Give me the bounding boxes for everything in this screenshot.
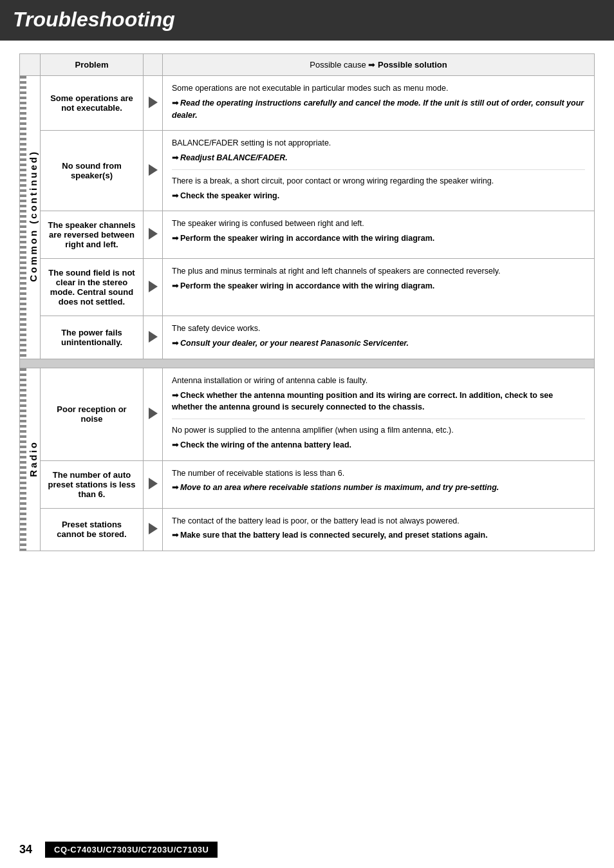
- col-header-solution: Possible cause ➡ Possible solution: [163, 54, 595, 76]
- arrow-indicator: [144, 131, 163, 211]
- arrow-indicator: [144, 508, 163, 551]
- arrow-indicator: [144, 259, 163, 316]
- page-footer: 34 CQ-C7403U/C7303U/C7203U/C7103U: [0, 842, 614, 858]
- solution-content: The plus and minus terminals at right an…: [163, 259, 595, 316]
- section-label-common: Common (continued): [20, 76, 41, 359]
- page-header: Troubleshooting: [0, 0, 614, 41]
- problem-label: The power fails unintentionally.: [41, 316, 144, 359]
- section-label-radio: Radio: [20, 368, 41, 551]
- table-row: Preset stations cannot be stored. The co…: [20, 508, 595, 551]
- problem-label: No sound from speaker(s): [41, 131, 144, 211]
- table-row: The sound field is not clear in the ster…: [20, 259, 595, 316]
- arrow-indicator: [144, 211, 163, 259]
- solution-content: BALANCE/FADER setting is not appropriate…: [163, 131, 595, 211]
- problem-label: The number of auto preset stations is le…: [41, 460, 144, 508]
- problem-label: Poor reception or noise: [41, 368, 144, 460]
- col-solution-label: Possible solution: [378, 60, 447, 70]
- table-row: The speaker channels are reversed betwee…: [20, 211, 595, 259]
- arrow-indicator: [144, 316, 163, 359]
- table-row: No sound from speaker(s) BALANCE/FADER s…: [20, 131, 595, 211]
- arrow-icon: [149, 164, 158, 176]
- solution-content: Antenna installation or wiring of antenn…: [163, 368, 595, 460]
- table-row: Radio Poor reception or noise Antenna in…: [20, 368, 595, 460]
- solution-content: The number of receivable stations is les…: [163, 460, 595, 508]
- arrow-indicator: [144, 460, 163, 508]
- arrow-icon: [149, 281, 158, 292]
- section-common-text: Common (continued): [28, 150, 39, 282]
- model-badge: CQ-C7403U/C7303U/C7203U/C7103U: [45, 842, 218, 858]
- col-cause-label: Possible cause: [310, 60, 366, 70]
- table-header-row: Problem Possible cause ➡ Possible soluti…: [20, 54, 595, 76]
- arrow-icon: [149, 408, 158, 419]
- table-row: The power fails unintentionally. The saf…: [20, 316, 595, 359]
- arrow-icon: [149, 97, 158, 108]
- troubleshoot-table: Problem Possible cause ➡ Possible soluti…: [19, 53, 595, 551]
- problem-label: Preset stations cannot be stored.: [41, 508, 144, 551]
- table-row: Common (continued) Some operations are n…: [20, 76, 595, 131]
- arrow-icon: [149, 478, 158, 489]
- problem-label: Some operations are not executable.: [41, 76, 144, 131]
- arrow-icon: [149, 331, 158, 343]
- section-radio-text: Radio: [28, 440, 39, 477]
- arrow-indicator: [144, 76, 163, 131]
- solution-content: Some operations are not executable in pa…: [163, 76, 595, 131]
- arrow-indicator: [144, 368, 163, 460]
- solution-content: The safety device works. ➡Consult your d…: [163, 316, 595, 359]
- page-number: 34: [19, 843, 32, 856]
- table-row: The number of auto preset stations is le…: [20, 460, 595, 508]
- main-content: Problem Possible cause ➡ Possible soluti…: [0, 41, 614, 564]
- solution-content: The contact of the battery lead is poor,…: [163, 508, 595, 551]
- page-title: Troubleshooting: [13, 8, 175, 31]
- col-header-problem: Problem: [41, 54, 144, 76]
- problem-label: The sound field is not clear in the ster…: [41, 259, 144, 316]
- problem-label: The speaker channels are reversed betwee…: [41, 211, 144, 259]
- arrow-icon: [149, 228, 158, 240]
- section-spacer: [20, 359, 595, 368]
- solution-content: The speaker wiring is confused between r…: [163, 211, 595, 259]
- arrow-icon: [149, 523, 158, 534]
